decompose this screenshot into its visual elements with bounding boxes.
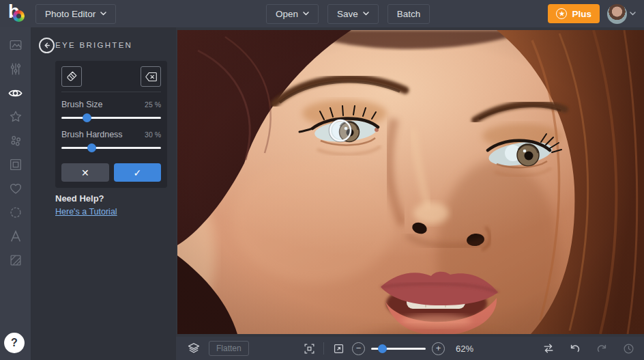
back-button[interactable] (39, 38, 55, 53)
sidebar-item-effects[interactable] (0, 106, 31, 130)
arrow-left-icon (42, 41, 51, 50)
app-title: Photo Editor (45, 9, 96, 19)
zoom-slider[interactable] (371, 344, 426, 353)
compare-arrows-icon (542, 342, 555, 355)
brush-hardness-label: Brush Hardness (61, 130, 123, 139)
avatar (607, 4, 627, 24)
chevron-down-icon (630, 12, 636, 16)
brush-size-label: Brush Size (61, 100, 102, 109)
star-badge-icon: ★ (556, 8, 567, 19)
chevron-down-icon (363, 12, 369, 16)
apply-button[interactable]: ✓ (114, 163, 162, 182)
brush-hardness-slider[interactable] (61, 143, 161, 152)
sidebar-item-adjust[interactable] (0, 58, 31, 82)
zoom-in-button[interactable]: + (432, 342, 445, 355)
texture-icon (8, 253, 23, 270)
need-help-heading: Need Help? (55, 193, 117, 204)
frame-icon (8, 157, 23, 174)
sidebar-item-frames[interactable] (0, 154, 31, 178)
logo-color-wheel-icon (13, 10, 25, 22)
zoom-level: 62% (456, 344, 473, 354)
heart-icon (8, 181, 23, 198)
tutorial-link[interactable]: Here's a Tutorial (55, 207, 117, 217)
sidebar-item-artsy[interactable] (0, 130, 31, 154)
app-switcher-button[interactable]: Photo Editor (35, 4, 116, 24)
cancel-button[interactable]: ✕ (61, 163, 109, 182)
layers-icon (187, 342, 201, 355)
batch-button[interactable]: Batch (387, 4, 430, 24)
undo-button[interactable] (566, 340, 584, 357)
layers-button[interactable] (185, 340, 203, 357)
sidebar-item-touchup[interactable] (0, 82, 31, 106)
dots-cluster-icon (8, 133, 23, 150)
sidebar-item-edit[interactable] (0, 34, 31, 58)
sidebar-item-textures[interactable] (0, 249, 31, 273)
photo-editor-app: b Photo Editor Open Save B (0, 0, 644, 360)
zoom-out-button[interactable]: − (352, 342, 365, 355)
top-bar: b Photo Editor Open Save B (0, 0, 644, 27)
page-title: EYE BRIGHTEN (55, 41, 132, 49)
brush-settings-card: Brush Size 25 % Brush Hardness 30 % ✕ (55, 61, 167, 188)
sliders-icon (8, 61, 23, 79)
sidebar-item-graphics[interactable] (0, 178, 31, 202)
brush-size-slider[interactable] (61, 113, 161, 122)
canvas-toolbar: Flatten − + (176, 337, 644, 360)
brush-hardness-value: 30 % (145, 130, 161, 139)
fit-to-screen-button[interactable] (300, 340, 318, 357)
zoom-slider-handle[interactable] (378, 344, 387, 353)
chevron-down-icon (100, 12, 106, 16)
sidebar-item-text[interactable] (0, 225, 31, 249)
redo-icon (595, 342, 609, 355)
upgrade-plus-button[interactable]: ★ Plus (548, 4, 600, 23)
help-button[interactable]: ? (4, 333, 25, 353)
open-button[interactable]: Open (266, 4, 319, 24)
backspace-erase-icon (145, 71, 158, 83)
canvas-area: Flatten − + (176, 27, 644, 360)
photo-icon (8, 38, 23, 55)
chevron-down-icon (303, 12, 309, 16)
fit-screen-icon (303, 342, 316, 355)
paintbrush-icon (65, 70, 78, 83)
text-icon (8, 229, 23, 246)
file-actions: Open Save Batch (266, 0, 430, 27)
compare-button[interactable] (540, 340, 557, 357)
brush-size-slider-handle[interactable] (83, 113, 91, 122)
history-button[interactable] (619, 340, 637, 357)
befunky-logo-icon[interactable]: b (8, 3, 27, 25)
eye-brighten-panel: EYE BRIGHTEN Brush Size 25 % (31, 27, 176, 360)
open-in-new-icon (332, 342, 345, 355)
brush-hardness-slider-handle[interactable] (87, 143, 96, 152)
eraser-tool-button[interactable] (141, 66, 161, 87)
save-button[interactable]: Save (327, 4, 379, 24)
brush-cursor (330, 120, 352, 142)
brush-size-value: 25 % (145, 100, 161, 109)
sidebar-item-overlays[interactable] (0, 202, 31, 225)
redo-button[interactable] (593, 340, 611, 357)
portrait-photo[interactable] (177, 30, 644, 334)
user-menu[interactable] (607, 4, 636, 24)
fullscreen-button[interactable] (330, 340, 347, 357)
account-area: ★ Plus (548, 4, 636, 24)
badge-seal-icon (8, 205, 23, 222)
eye-icon (8, 85, 23, 103)
undo-icon (568, 342, 582, 355)
tool-rail: ? (0, 27, 31, 360)
star-icon (8, 109, 23, 126)
clock-history-icon (622, 342, 635, 355)
brush-tool-button[interactable] (61, 66, 82, 87)
flatten-button[interactable]: Flatten (209, 341, 249, 356)
